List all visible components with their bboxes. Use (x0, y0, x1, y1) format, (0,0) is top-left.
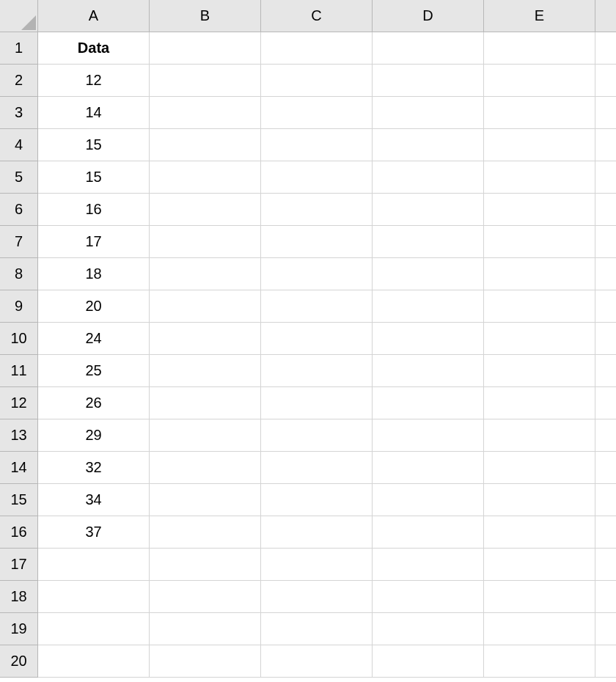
cell-F5[interactable] (595, 161, 616, 194)
cell-E20[interactable] (484, 645, 595, 678)
cell-C14[interactable] (261, 452, 373, 484)
cell-F16[interactable] (595, 516, 616, 549)
cell-B2[interactable] (150, 65, 261, 97)
cell-A15[interactable]: 34 (38, 484, 150, 516)
cell-C18[interactable] (261, 581, 373, 613)
column-header-E[interactable]: E (484, 0, 595, 32)
cell-A6[interactable]: 16 (38, 194, 150, 226)
cell-A20[interactable] (38, 645, 150, 678)
cell-E12[interactable] (484, 387, 595, 419)
row-header-8[interactable]: 8 (0, 258, 38, 290)
cell-A1[interactable]: Data (38, 32, 150, 65)
row-header-20[interactable]: 20 (0, 645, 38, 678)
cell-B10[interactable] (150, 323, 261, 355)
cell-C5[interactable] (261, 161, 373, 194)
cell-E2[interactable] (484, 65, 595, 97)
cell-F15[interactable] (595, 484, 616, 516)
column-header-D[interactable]: D (373, 0, 484, 32)
cell-F10[interactable] (595, 323, 616, 355)
cell-F3[interactable] (595, 97, 616, 129)
cell-E15[interactable] (484, 484, 595, 516)
cell-C15[interactable] (261, 484, 373, 516)
cell-C20[interactable] (261, 645, 373, 678)
cell-D7[interactable] (373, 226, 484, 258)
cell-B11[interactable] (150, 355, 261, 387)
cell-D19[interactable] (373, 613, 484, 645)
row-header-14[interactable]: 14 (0, 452, 38, 484)
row-header-1[interactable]: 1 (0, 32, 38, 65)
cell-A8[interactable]: 18 (38, 258, 150, 290)
cell-C11[interactable] (261, 355, 373, 387)
cell-C4[interactable] (261, 129, 373, 161)
cell-A7[interactable]: 17 (38, 226, 150, 258)
select-all-corner[interactable] (0, 0, 38, 32)
cell-F1[interactable] (595, 32, 616, 65)
row-header-17[interactable]: 17 (0, 549, 38, 581)
column-header-F[interactable] (595, 0, 616, 32)
cell-B19[interactable] (150, 613, 261, 645)
cell-D18[interactable] (373, 581, 484, 613)
cell-C7[interactable] (261, 226, 373, 258)
cell-E5[interactable] (484, 161, 595, 194)
cell-A10[interactable]: 24 (38, 323, 150, 355)
cell-C6[interactable] (261, 194, 373, 226)
cell-E13[interactable] (484, 419, 595, 452)
row-header-11[interactable]: 11 (0, 355, 38, 387)
cell-B15[interactable] (150, 484, 261, 516)
cell-C10[interactable] (261, 323, 373, 355)
cell-D16[interactable] (373, 516, 484, 549)
cell-A18[interactable] (38, 581, 150, 613)
cell-F14[interactable] (595, 452, 616, 484)
cell-F2[interactable] (595, 65, 616, 97)
cell-E16[interactable] (484, 516, 595, 549)
cell-B1[interactable] (150, 32, 261, 65)
cell-F18[interactable] (595, 581, 616, 613)
row-header-10[interactable]: 10 (0, 323, 38, 355)
column-header-A[interactable]: A (38, 0, 150, 32)
cell-D10[interactable] (373, 323, 484, 355)
cell-F17[interactable] (595, 549, 616, 581)
cell-D14[interactable] (373, 452, 484, 484)
cell-E1[interactable] (484, 32, 595, 65)
cell-E17[interactable] (484, 549, 595, 581)
cell-A13[interactable]: 29 (38, 419, 150, 452)
cell-E10[interactable] (484, 323, 595, 355)
cell-A14[interactable]: 32 (38, 452, 150, 484)
cell-D9[interactable] (373, 290, 484, 323)
row-header-12[interactable]: 12 (0, 387, 38, 419)
cell-B20[interactable] (150, 645, 261, 678)
cell-C19[interactable] (261, 613, 373, 645)
cell-A19[interactable] (38, 613, 150, 645)
cell-D20[interactable] (373, 645, 484, 678)
cell-D8[interactable] (373, 258, 484, 290)
column-header-C[interactable]: C (261, 0, 373, 32)
cell-F7[interactable] (595, 226, 616, 258)
cell-D11[interactable] (373, 355, 484, 387)
cell-A11[interactable]: 25 (38, 355, 150, 387)
cell-D13[interactable] (373, 419, 484, 452)
cell-C1[interactable] (261, 32, 373, 65)
cell-C16[interactable] (261, 516, 373, 549)
cell-F9[interactable] (595, 290, 616, 323)
cell-D12[interactable] (373, 387, 484, 419)
cell-A2[interactable]: 12 (38, 65, 150, 97)
row-header-3[interactable]: 3 (0, 97, 38, 129)
cell-B16[interactable] (150, 516, 261, 549)
cell-D6[interactable] (373, 194, 484, 226)
cell-F11[interactable] (595, 355, 616, 387)
row-header-5[interactable]: 5 (0, 161, 38, 194)
cell-E11[interactable] (484, 355, 595, 387)
row-header-7[interactable]: 7 (0, 226, 38, 258)
cell-B17[interactable] (150, 549, 261, 581)
spreadsheet-grid[interactable]: ABCDE1Data212314415515616717818920102411… (0, 0, 616, 682)
cell-B8[interactable] (150, 258, 261, 290)
cell-F6[interactable] (595, 194, 616, 226)
cell-B9[interactable] (150, 290, 261, 323)
cell-C2[interactable] (261, 65, 373, 97)
cell-F19[interactable] (595, 613, 616, 645)
cell-E4[interactable] (484, 129, 595, 161)
cell-C13[interactable] (261, 419, 373, 452)
cell-A17[interactable] (38, 549, 150, 581)
cell-F20[interactable] (595, 645, 616, 678)
cell-E14[interactable] (484, 452, 595, 484)
